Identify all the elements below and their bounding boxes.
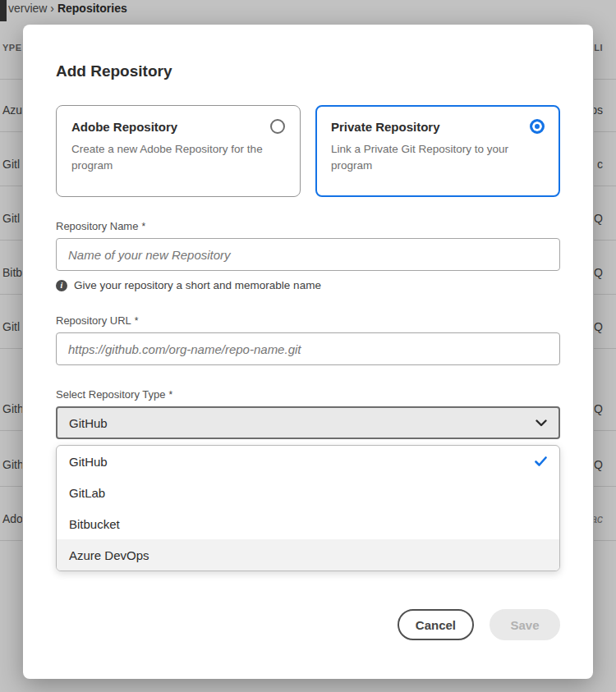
card-title: Adobe Repository	[71, 120, 177, 134]
cancel-button[interactable]: Cancel	[398, 609, 474, 640]
repository-url-field: Repository URL*	[56, 314, 560, 365]
repository-type-select[interactable]: GitHub	[56, 406, 560, 439]
card-description: Link a Private Git Repository to your pr…	[331, 141, 523, 175]
repository-type-label: Select Repository Type*	[56, 388, 560, 401]
select-value: GitHub	[69, 416, 108, 430]
option-label: GitLab	[69, 486, 105, 500]
repository-type-dropdown: GitHub GitLab Bitbucket Azure DevOps	[56, 445, 560, 571]
repository-type-cards: Adobe Repository Create a new Adobe Repo…	[56, 105, 560, 197]
add-repository-dialog: Add Repository Adobe Repository Create a…	[23, 25, 593, 679]
chevron-down-icon	[536, 419, 547, 427]
radio-unselected-icon[interactable]	[270, 119, 285, 134]
private-repository-card[interactable]: Private Repository Link a Private Git Re…	[315, 105, 560, 197]
card-description: Create a new Adobe Repository for the pr…	[71, 141, 264, 175]
repository-url-input[interactable]	[56, 332, 560, 365]
repository-name-input[interactable]	[56, 238, 560, 271]
save-button[interactable]: Save	[490, 609, 560, 640]
required-asterisk: *	[168, 389, 172, 401]
repository-url-label: Repository URL*	[56, 314, 560, 327]
repository-name-help: i Give your repository a short and memor…	[56, 279, 560, 291]
repository-name-field: Repository Name* i Give your repository …	[56, 220, 560, 291]
dropdown-option-azure-devops[interactable]: Azure DevOps	[57, 539, 559, 571]
label-text: Select Repository Type	[56, 388, 165, 401]
dropdown-option-github[interactable]: GitHub	[57, 446, 559, 477]
card-title: Private Repository	[331, 120, 440, 134]
option-label: Azure DevOps	[69, 548, 149, 562]
info-icon: i	[56, 280, 67, 291]
checkmark-icon	[535, 456, 547, 466]
help-text: Give your repository a short and memorab…	[74, 279, 321, 291]
repository-name-label: Repository Name*	[56, 220, 560, 232]
required-asterisk: *	[141, 221, 145, 232]
radio-selected-icon[interactable]	[530, 119, 545, 134]
required-asterisk: *	[135, 315, 139, 327]
dropdown-option-bitbucket[interactable]: Bitbucket	[57, 508, 559, 539]
label-text: Repository URL	[56, 314, 131, 327]
dialog-actions: Cancel Save	[56, 609, 560, 640]
adobe-repository-card[interactable]: Adobe Repository Create a new Adobe Repo…	[56, 105, 301, 197]
option-label: GitHub	[69, 455, 108, 469]
option-label: Bitbucket	[69, 517, 120, 531]
repository-type-field: Select Repository Type* GitHub GitHub Gi…	[56, 388, 560, 571]
dialog-title: Add Repository	[56, 62, 560, 80]
dropdown-option-gitlab[interactable]: GitLab	[57, 477, 559, 508]
label-text: Repository Name	[56, 220, 138, 232]
